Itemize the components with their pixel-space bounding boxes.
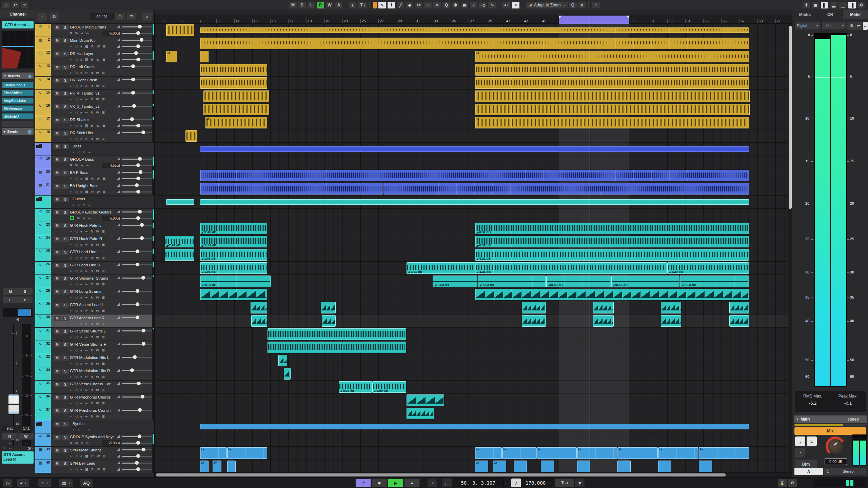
monitor-icon[interactable]: ◁ xyxy=(75,44,77,48)
play-button[interactable]: ▶ xyxy=(388,479,403,487)
mute-button[interactable]: M xyxy=(54,382,61,387)
write-button[interactable]: W xyxy=(97,177,100,180)
monitor-icon[interactable]: ◁ xyxy=(75,335,77,339)
insert-slot-4[interactable]: REVerence xyxy=(2,105,34,111)
audio-event[interactable]: 1▾ xyxy=(658,447,698,459)
playhead-cursor[interactable] xyxy=(590,15,590,473)
monitor-icon[interactable]: ◁ xyxy=(75,375,77,379)
write-button[interactable]: W xyxy=(96,375,99,379)
audio-event[interactable] xyxy=(514,461,527,472)
audio-event[interactable] xyxy=(321,302,336,313)
solo-button[interactable]: S xyxy=(62,223,69,228)
monitor-icon[interactable]: ◁ xyxy=(75,190,77,194)
slider-knob[interactable] xyxy=(136,58,140,61)
read-button[interactable]: R xyxy=(91,243,93,246)
second-slider[interactable] xyxy=(117,31,152,35)
folder-control-icon[interactable]: ⥈ xyxy=(88,203,91,207)
track-row[interactable]: ▦20MSBA P Bass●◁e▦RW≣ xyxy=(35,169,155,182)
tempo-track-dropdown-icon[interactable]: ▾ xyxy=(575,479,585,487)
audio-event[interactable] xyxy=(165,249,194,261)
audio-event[interactable]: -9.99 dB xyxy=(372,381,406,393)
read-button[interactable]: R xyxy=(91,467,94,471)
volume-slider[interactable] xyxy=(117,38,152,42)
event-lane[interactable] xyxy=(155,460,792,473)
record-arm-icon[interactable]: ● xyxy=(70,84,72,88)
track-row[interactable]: ▦39MSSYN Mello Strings●◁e▦RW≣ xyxy=(35,447,155,460)
meter-input-select[interactable]: Digital...▾ xyxy=(794,22,820,30)
slider-knob[interactable] xyxy=(136,441,140,445)
redo-icon[interactable]: ↷ xyxy=(20,1,28,9)
downmix-a-button[interactable]: A xyxy=(794,468,823,475)
second-slider[interactable] xyxy=(117,58,152,62)
volume-slider[interactable] xyxy=(117,223,152,227)
record-arm-icon[interactable]: ● xyxy=(70,124,72,127)
slider-knob[interactable] xyxy=(131,64,135,68)
mute-button[interactable]: M xyxy=(54,448,61,453)
monitor-icon[interactable]: ◁ xyxy=(75,229,77,233)
monitor-icon[interactable]: ◁ xyxy=(75,454,77,458)
write-button[interactable]: W xyxy=(97,44,100,48)
slider-knob[interactable] xyxy=(142,342,145,346)
line-tool[interactable]: / xyxy=(470,1,478,9)
lanes-icon[interactable]: ≣ xyxy=(102,282,105,286)
volume-slider[interactable] xyxy=(117,91,152,95)
read-button[interactable]: R xyxy=(91,71,93,75)
lower-zone-toggle[interactable]: ▂ xyxy=(830,1,838,9)
event-lane[interactable] xyxy=(155,407,792,420)
audio-event[interactable] xyxy=(185,130,197,142)
audio-event[interactable] xyxy=(407,394,444,406)
event-lane[interactable] xyxy=(155,341,792,354)
mute-button[interactable]: M xyxy=(54,25,61,30)
lanes-icon[interactable]: ≣ xyxy=(103,467,105,471)
audio-event[interactable]: 1▾ xyxy=(200,447,227,459)
tap-tempo-button[interactable]: Tap xyxy=(555,479,574,487)
audio-event[interactable]: 2▾ xyxy=(493,461,506,472)
mute-button[interactable]: M xyxy=(54,250,61,255)
audio-event[interactable]: -4.21 dB xyxy=(475,262,667,274)
edit-channel-icon[interactable]: e xyxy=(80,388,82,392)
read-button[interactable]: R xyxy=(91,401,93,405)
event-lane[interactable] xyxy=(155,314,792,328)
track-visibility-agent-icon[interactable]: ☖ xyxy=(115,13,125,20)
track-search-icon[interactable]: ⌕ xyxy=(142,13,152,21)
monitor-icon[interactable]: ◁ xyxy=(75,124,77,127)
audio-event[interactable] xyxy=(661,302,681,313)
volume-slider[interactable] xyxy=(117,117,152,121)
volume-slider[interactable] xyxy=(117,104,152,108)
event-lane[interactable] xyxy=(155,394,792,407)
track-row[interactable]: ▦2MSMain Drum Kit●◁e▦RW≣ xyxy=(35,37,155,50)
folder-control-icon[interactable]: ● xyxy=(73,428,75,432)
edit-channel-icon[interactable]: e xyxy=(80,243,82,246)
audio-event[interactable]: 2▾ xyxy=(227,447,268,459)
read-button[interactable]: R xyxy=(91,388,93,392)
audio-event[interactable] xyxy=(475,90,750,102)
autoscroll-icon[interactable]: ⊤▾ xyxy=(358,1,367,9)
audition-tool[interactable]: ◁ xyxy=(479,1,487,9)
audio-event[interactable] xyxy=(322,315,336,327)
track-row[interactable]: ∿24MSGTR Hook Palm R●◁e∞RW≣ xyxy=(35,235,155,248)
mute-tool[interactable]: × xyxy=(433,1,441,9)
insert-slot-5[interactable]: StudioEQ xyxy=(2,113,34,119)
solo-button[interactable]: S xyxy=(62,131,69,136)
lanes-icon[interactable]: ≣ xyxy=(102,388,105,392)
midi-record-select[interactable]: ▦▾ xyxy=(59,479,73,487)
volume-slider[interactable] xyxy=(117,25,152,29)
monitor-icon[interactable]: ◁ xyxy=(75,348,77,352)
bottom-zone-toggle[interactable]: ▁ xyxy=(839,1,847,9)
record-arm-icon[interactable]: ● xyxy=(70,362,72,365)
folder-control-icon[interactable]: ⥈ xyxy=(88,150,91,154)
insert-slot-3[interactable]: AmpSimulator xyxy=(2,98,34,104)
read-button[interactable]: R xyxy=(70,31,72,35)
solo-button[interactable]: S xyxy=(62,422,69,427)
audio-event[interactable]: 2▾ xyxy=(699,447,749,459)
record-arm-icon[interactable]: ● xyxy=(70,388,72,392)
track-row[interactable]: ∿26MSGTR Lead Line R●◁e∞RW≣ xyxy=(35,262,155,275)
read-button[interactable]: R xyxy=(70,163,72,167)
solo-button[interactable]: S xyxy=(62,369,69,374)
audio-event[interactable] xyxy=(661,315,681,327)
second-slider[interactable] xyxy=(117,454,152,458)
draw-tool[interactable]: ╱ xyxy=(396,1,405,9)
write-button[interactable]: W xyxy=(75,163,78,167)
read-button[interactable]: R xyxy=(91,296,93,299)
timeline-ruler[interactable]: 3579111315171921232527293133353739414345… xyxy=(155,15,792,24)
